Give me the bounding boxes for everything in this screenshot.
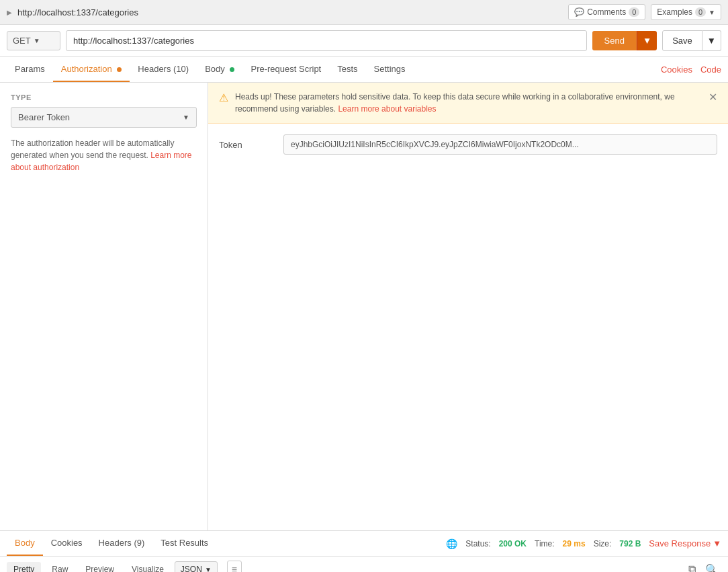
chevron-down-icon: ▼ <box>709 9 715 16</box>
token-label: Token <box>219 140 273 150</box>
status-value: 200 OK <box>499 539 527 548</box>
type-select[interactable]: Bearer Token ▼ <box>11 107 197 128</box>
tab-settings[interactable]: Settings <box>366 57 414 82</box>
format-tab-raw[interactable]: Raw <box>45 562 75 572</box>
comments-button[interactable]: 💬 Comments 0 <box>568 4 645 20</box>
tab-right-links: Cookies Code <box>661 58 721 81</box>
tab-body[interactable]: Body <box>197 57 242 82</box>
save-response-button[interactable]: Save Response ▼ <box>649 538 721 548</box>
tab-headers[interactable]: Headers (10) <box>130 57 197 82</box>
tab-pre-request[interactable]: Pre-request Script <box>242 57 329 82</box>
learn-variables-link[interactable]: Learn more about variables <box>338 104 436 114</box>
response-tab-cookies[interactable]: Cookies <box>43 531 91 556</box>
format-chevron-icon: ▼ <box>205 566 212 573</box>
body-active-dot <box>230 67 234 72</box>
search-button[interactable]: 🔍 <box>702 562 721 573</box>
code-link[interactable]: Code <box>700 58 721 81</box>
send-dropdown-button[interactable]: ▼ <box>637 31 657 50</box>
tab-authorization[interactable]: Authorization <box>53 57 130 82</box>
examples-button[interactable]: Examples 0 ▼ <box>651 4 721 20</box>
format-tab-pretty[interactable]: Pretty <box>7 562 41 572</box>
alert-banner: ⚠ Heads up! These parameters hold sensit… <box>208 83 728 124</box>
chat-icon: 💬 <box>574 7 584 17</box>
main-content: TYPE Bearer Token ▼ The authorization he… <box>0 83 728 530</box>
format-right-icons: ⧉ 🔍 <box>686 562 721 573</box>
auth-right-panel: ⚠ Heads up! These parameters hold sensit… <box>208 83 728 530</box>
warning-icon: ⚠ <box>219 91 228 104</box>
tab-params[interactable]: Params <box>7 57 53 82</box>
globe-icon[interactable]: 🌐 <box>446 538 457 549</box>
auth-description: The authorization header will be automat… <box>11 137 197 173</box>
time-label: Time: <box>535 539 555 548</box>
token-input[interactable] <box>283 134 717 155</box>
status-label: Status: <box>465 539 490 548</box>
auth-active-dot <box>117 67 122 72</box>
method-chevron-icon: ▼ <box>34 37 40 44</box>
send-group: Send ▼ <box>592 31 657 50</box>
format-type-select[interactable]: JSON ▼ <box>175 561 218 572</box>
wrap-button[interactable]: ≡ <box>227 561 242 572</box>
token-row: Token <box>208 124 728 165</box>
size-label: Size: <box>594 539 612 548</box>
tabs-bar: Params Authorization Headers (10) Body P… <box>0 57 728 83</box>
response-tab-test-results[interactable]: Test Results <box>152 531 216 556</box>
method-select[interactable]: GET ▼ <box>7 31 60 50</box>
save-group: Save ▼ <box>662 30 721 51</box>
format-bar: Pretty Raw Preview Visualize JSON ▼ ≡ ⧉ … <box>0 557 728 572</box>
expand-icon: ▶ <box>7 9 12 16</box>
format-tab-preview[interactable]: Preview <box>79 562 121 572</box>
type-label: TYPE <box>11 93 197 101</box>
send-button[interactable]: Send <box>592 31 637 50</box>
send-chevron-icon: ▼ <box>643 36 651 46</box>
format-tab-visualize[interactable]: Visualize <box>125 562 171 572</box>
auth-left-panel: TYPE Bearer Token ▼ The authorization he… <box>0 83 208 530</box>
response-status-area: 🌐 Status: 200 OK Time: 29 ms Size: 792 B… <box>446 538 721 549</box>
tab-tests[interactable]: Tests <box>329 57 365 82</box>
alert-text: Heads up! These parameters hold sensitiv… <box>235 91 702 115</box>
response-tabs-bar: Body Cookies Headers (9) Test Results 🌐 … <box>0 531 728 557</box>
alert-close-button[interactable]: ✕ <box>709 91 717 104</box>
cookies-link[interactable]: Cookies <box>661 58 692 81</box>
response-tab-body[interactable]: Body <box>7 531 43 556</box>
size-value: 792 B <box>619 539 641 548</box>
url-input[interactable] <box>66 30 587 51</box>
type-chevron-icon: ▼ <box>183 114 189 121</box>
bottom-section: Body Cookies Headers (9) Test Results 🌐 … <box>0 530 728 572</box>
copy-button[interactable]: ⧉ <box>686 562 698 573</box>
save-button[interactable]: Save <box>662 30 702 51</box>
top-bar: ▶ http://localhost:1337/categories 💬 Com… <box>0 0 728 25</box>
save-chevron-icon: ▼ <box>713 538 721 548</box>
save-chevron-icon: ▼ <box>707 36 716 46</box>
request-title: http://localhost:1337/categories <box>17 7 563 17</box>
time-value: 29 ms <box>563 539 586 548</box>
response-tab-headers[interactable]: Headers (9) <box>91 531 153 556</box>
request-bar: GET ▼ Send ▼ Save ▼ <box>0 25 728 57</box>
save-dropdown-button[interactable]: ▼ <box>702 30 721 51</box>
